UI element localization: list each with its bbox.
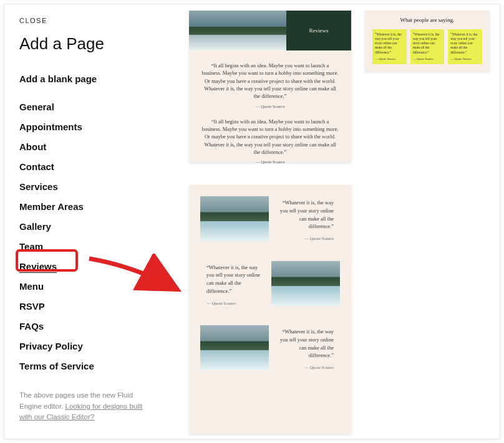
template-3-row-2-attr: — Quote Source xyxy=(206,300,265,307)
template-2-col-2: “Whatever it is, the way you tell your s… xyxy=(410,29,445,64)
template-3-row-2: “Whatever it is, the way you tell your s… xyxy=(200,261,340,310)
template-2-col-3: “Whatever it is, the way you tell your s… xyxy=(448,29,482,64)
template-3-row-2-image xyxy=(271,261,340,306)
template-2-col-1: “Whatever it is, the way you tell your s… xyxy=(372,29,407,64)
category-reviews[interactable]: Reviews xyxy=(19,256,164,276)
template-2-col-3-quote: “Whatever it is, the way you tell your s… xyxy=(450,32,480,55)
template-2-col-1-quote: “Whatever it is, the way you tell your s… xyxy=(375,32,404,55)
category-menu[interactable]: Menu xyxy=(19,276,164,296)
template-3-row-3-quote: “Whatever it is, the way you tell your s… xyxy=(275,328,334,360)
template-1-hero-image xyxy=(189,11,286,50)
template-3-row-1-quote: “Whatever it is, the way you tell your s… xyxy=(275,199,334,231)
template-1-quote-2: “It all begins with an idea. Maybe you w… xyxy=(201,118,339,156)
template-3-row-2-quote: “Whatever it is, the way you tell your s… xyxy=(206,264,265,295)
template-2-col-2-attr: — Quote Source xyxy=(413,57,442,62)
template-2-heading: What people are saying. xyxy=(372,17,482,23)
category-general[interactable]: General xyxy=(19,97,164,117)
category-rsvp[interactable]: RSVP xyxy=(19,296,164,316)
template-3-row-3-attr: — Quote Source xyxy=(275,364,334,371)
add-page-panel: CLOSE Add a Page Add a blank page Genera… xyxy=(4,4,500,439)
category-services[interactable]: Services xyxy=(19,176,164,196)
template-3-row-1-attr: — Quote Source xyxy=(275,236,334,242)
template-1-attr-2: — Quote Source xyxy=(201,160,339,164)
category-team[interactable]: Team xyxy=(19,236,164,256)
template-gallery: Reviews “It all begins with an idea. May… xyxy=(189,11,495,434)
category-list: General Appointments About Contact Servi… xyxy=(19,97,164,376)
template-3-row-3: “Whatever it is, the way you tell your s… xyxy=(200,325,340,374)
category-member-areas[interactable]: Member Areas xyxy=(19,196,164,216)
template-card-3[interactable]: “Whatever it is, the way you tell your s… xyxy=(189,185,351,434)
template-2-col-1-attr: — Quote Source xyxy=(375,57,404,62)
footnote: The above pages use the new Fluid Engine… xyxy=(19,390,157,422)
template-2-columns: “Whatever it is, the way you tell your s… xyxy=(372,29,482,64)
category-about[interactable]: About xyxy=(19,136,164,156)
template-2-col-2-quote: “Whatever it is, the way you tell your s… xyxy=(413,32,442,55)
template-1-attr-1: — Quote Source xyxy=(201,104,339,109)
template-1-quote-1: “It all begins with an idea. Maybe you w… xyxy=(201,62,339,100)
category-gallery[interactable]: Gallery xyxy=(19,216,164,236)
category-appointments[interactable]: Appointments xyxy=(19,117,164,136)
close-button[interactable]: CLOSE xyxy=(19,17,164,24)
template-1-hero: Reviews xyxy=(189,11,351,50)
sidebar: CLOSE Add a Page Add a blank page Genera… xyxy=(4,4,179,439)
template-3-row-1-image xyxy=(200,196,269,241)
template-1-hero-label: Reviews xyxy=(286,11,351,50)
page-title: Add a Page xyxy=(19,34,164,54)
template-2-col-3-attr: — Quote Source xyxy=(450,57,480,62)
category-faqs[interactable]: FAQs xyxy=(19,316,164,336)
template-3-row-1: “Whatever it is, the way you tell your s… xyxy=(200,196,340,245)
category-privacy-policy[interactable]: Privacy Policy xyxy=(19,336,164,356)
category-terms-of-service[interactable]: Terms of Service xyxy=(19,356,164,376)
add-blank-page-link[interactable]: Add a blank page xyxy=(19,74,164,84)
category-contact[interactable]: Contact xyxy=(19,156,164,176)
template-card-2[interactable]: What people are saying. “Whatever it is,… xyxy=(365,11,490,72)
template-card-1[interactable]: Reviews “It all begins with an idea. May… xyxy=(189,11,351,163)
template-3-row-3-image xyxy=(200,325,269,370)
template-1-body: “It all begins with an idea. Maybe you w… xyxy=(189,50,351,176)
